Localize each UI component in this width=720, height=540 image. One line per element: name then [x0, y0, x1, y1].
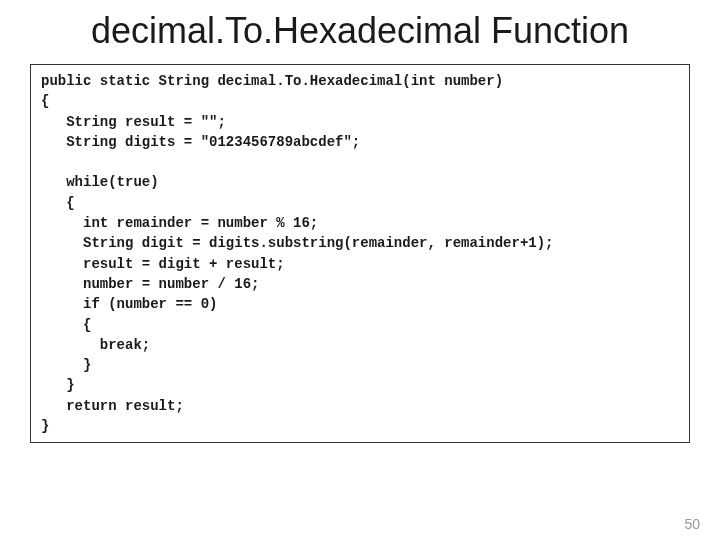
slide-title: decimal.To.Hexadecimal Function: [30, 10, 690, 52]
slide: decimal.To.Hexadecimal Function public s…: [0, 0, 720, 540]
code-block: public static String decimal.To.Hexadeci…: [41, 71, 679, 436]
code-box: public static String decimal.To.Hexadeci…: [30, 64, 690, 443]
page-number: 50: [684, 516, 700, 532]
